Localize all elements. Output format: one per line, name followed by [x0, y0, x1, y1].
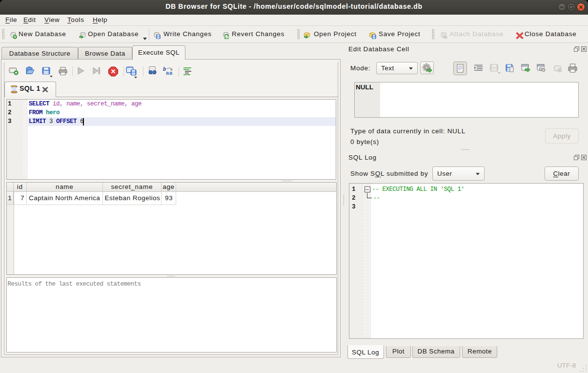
svg-text:a: a [169, 70, 173, 76]
svg-text:a: a [166, 70, 169, 76]
